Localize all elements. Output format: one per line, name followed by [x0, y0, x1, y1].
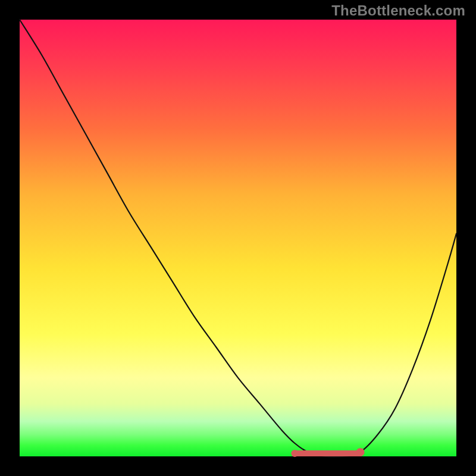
watermark-label: TheBottleneck.com [331, 2, 465, 19]
chart-frame: TheBottleneck.com [0, 0, 476, 476]
curve-svg [20, 20, 456, 456]
optimal-range-start-dot [291, 450, 298, 457]
plot-area [20, 20, 456, 456]
bottleneck-curve [20, 20, 456, 457]
optimal-range-end-dot [356, 448, 365, 456]
